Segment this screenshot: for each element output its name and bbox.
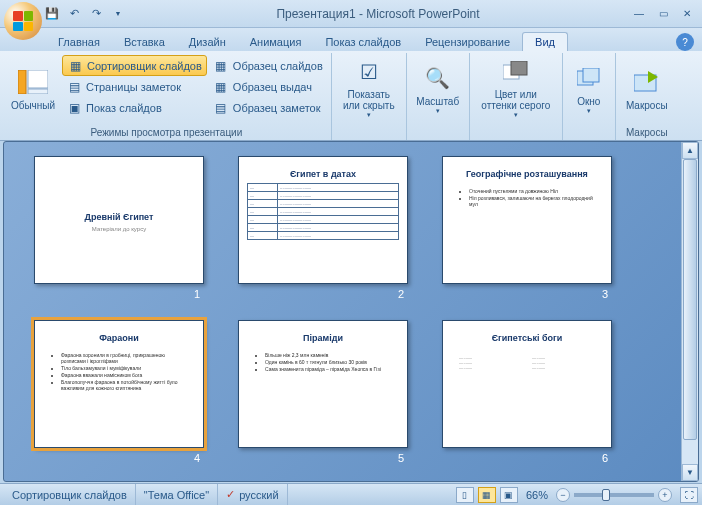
slide-number: 5: [398, 452, 408, 464]
close-button[interactable]: ✕: [676, 5, 698, 23]
tab-view[interactable]: Вид: [522, 32, 568, 51]
slide-sorter-button[interactable]: ▦Сортировщик слайдов: [62, 55, 207, 76]
master-handout-icon: ▦: [213, 79, 229, 95]
normal-icon: [17, 66, 49, 98]
redo-icon[interactable]: ↷: [86, 4, 106, 24]
show-hide-button[interactable]: ☑ Показать или скрыть▾: [336, 55, 402, 121]
svg-rect-1: [28, 70, 48, 88]
tab-design[interactable]: Дизайн: [177, 33, 238, 51]
vertical-scrollbar[interactable]: ▲ ▼: [681, 142, 698, 481]
slide-thumbnail[interactable]: ФараониФараона хоронили в гробниці, прик…: [34, 320, 204, 448]
notes-master-button[interactable]: ▤Образец заметок: [209, 97, 327, 118]
tab-insert[interactable]: Вставка: [112, 33, 177, 51]
sorter-icon: ▦: [67, 58, 83, 74]
zoom-in-button[interactable]: +: [658, 488, 672, 502]
tab-slideshow[interactable]: Показ слайдов: [313, 33, 413, 51]
slide-thumbnail[interactable]: Географічне розташуванняОточений пустеля…: [442, 156, 612, 284]
color-icon: [500, 57, 532, 87]
fit-window-button[interactable]: ⛶: [680, 487, 698, 503]
notes-page-button[interactable]: ▤Страницы заметок: [62, 76, 207, 97]
tab-review[interactable]: Рецензирование: [413, 33, 522, 51]
slideshow-button[interactable]: ▣Показ слайдов: [62, 97, 207, 118]
tab-home[interactable]: Главная: [46, 33, 112, 51]
svg-rect-4: [511, 61, 527, 75]
group-label-views: Режимы просмотра презентации: [6, 126, 327, 140]
status-theme: "Тема Office": [136, 484, 218, 505]
slide-number: 3: [602, 288, 612, 300]
slide-number: 2: [398, 288, 408, 300]
slide-number: 6: [602, 452, 612, 464]
notes-icon: ▤: [66, 79, 82, 95]
sorter-view-btn[interactable]: ▦: [478, 487, 496, 503]
titlebar: 💾 ↶ ↷ ▼ Презентация1 - Microsoft PowerPo…: [0, 0, 702, 28]
slideshow-view-btn[interactable]: ▣: [500, 487, 518, 503]
slide-sorter-pane: Древній ЄгипетМатеріали до курсу1Єгипет …: [3, 141, 699, 482]
master-slide-icon: ▦: [213, 58, 229, 74]
statusbar: Сортировщик слайдов "Тема Office" ✓русск…: [0, 483, 702, 505]
scroll-down-button[interactable]: ▼: [682, 464, 698, 481]
zoom-icon: 🔍: [422, 62, 454, 94]
scroll-up-button[interactable]: ▲: [682, 142, 698, 159]
normal-view-button[interactable]: Обычный: [6, 55, 60, 121]
zoom-slider[interactable]: [574, 493, 654, 497]
svg-rect-6: [583, 68, 599, 82]
show-hide-icon: ☑: [353, 57, 385, 87]
minimize-button[interactable]: —: [628, 5, 650, 23]
macros-button[interactable]: Макросы: [620, 55, 674, 121]
undo-icon[interactable]: ↶: [64, 4, 84, 24]
handout-master-button[interactable]: ▦Образец выдач: [209, 76, 327, 97]
slide-thumbnail[interactable]: ПірамідиБільше ніж 2,3 млн каменівОдин к…: [238, 320, 408, 448]
svg-rect-0: [18, 70, 26, 94]
save-icon[interactable]: 💾: [42, 4, 62, 24]
window-button[interactable]: Окно▾: [567, 55, 611, 121]
ribbon: Обычный ▦Сортировщик слайдов ▤Страницы з…: [0, 51, 702, 141]
help-button[interactable]: ?: [676, 33, 694, 51]
normal-view-btn[interactable]: ▯: [456, 487, 474, 503]
slide-thumbnail[interactable]: Єгипетські боги.........................…: [442, 320, 612, 448]
zoom-out-button[interactable]: −: [556, 488, 570, 502]
zoom-percent: 66%: [526, 489, 548, 501]
slide-number: 4: [194, 452, 204, 464]
slide-number: 1: [194, 288, 204, 300]
zoom-slider-thumb[interactable]: [602, 489, 610, 501]
maximize-button[interactable]: ▭: [652, 5, 674, 23]
office-button[interactable]: [4, 2, 42, 40]
master-notes-icon: ▤: [213, 100, 229, 116]
slide-master-button[interactable]: ▦Образец слайдов: [209, 55, 327, 76]
status-view-mode: Сортировщик слайдов: [4, 484, 136, 505]
color-grayscale-button[interactable]: Цвет или оттенки серого▾: [474, 55, 558, 121]
slideshow-icon: ▣: [66, 100, 82, 116]
tab-animation[interactable]: Анимация: [238, 33, 314, 51]
scroll-thumb[interactable]: [683, 159, 697, 440]
ribbon-tabs: Главная Вставка Дизайн Анимация Показ сл…: [0, 28, 702, 51]
window-icon: [573, 62, 605, 94]
slide-thumbnail[interactable]: Єгипет в датах..........................…: [238, 156, 408, 284]
spellcheck-icon: ✓: [226, 488, 235, 501]
slide-thumbnail[interactable]: Древній ЄгипетМатеріали до курсу: [34, 156, 204, 284]
window-title: Презентация1 - Microsoft PowerPoint: [128, 7, 628, 21]
status-language[interactable]: ✓русский: [218, 484, 287, 505]
group-label-macros: Макросы: [620, 126, 674, 140]
qat-dropdown-icon[interactable]: ▼: [108, 4, 128, 24]
svg-rect-2: [28, 89, 48, 94]
zoom-button[interactable]: 🔍 Масштаб▾: [411, 55, 465, 121]
macros-icon: [631, 66, 663, 98]
